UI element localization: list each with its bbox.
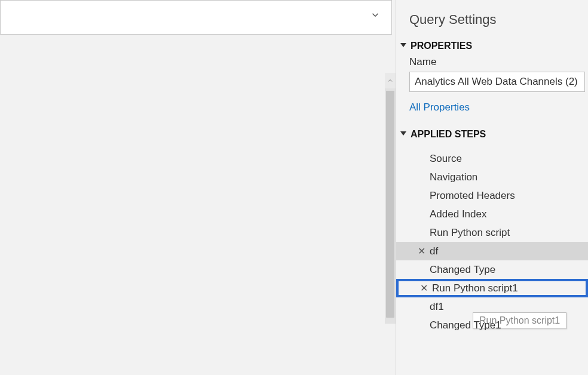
- applied-step-label: Changed Type1: [430, 319, 501, 331]
- section-properties-header[interactable]: PROPERTIES: [396, 38, 588, 55]
- applied-step-label: df1: [430, 301, 444, 313]
- applied-step[interactable]: Changed Type: [396, 260, 588, 279]
- collapse-triangle-icon: [400, 42, 407, 50]
- name-label: Name: [396, 55, 588, 72]
- section-properties-label: PROPERTIES: [411, 41, 472, 51]
- applied-step-label: Added Index: [430, 208, 486, 220]
- applied-step-label: Changed Type: [430, 264, 495, 276]
- applied-step-label: df: [430, 245, 438, 257]
- svg-marker-1: [400, 131, 406, 136]
- applied-step-label: Run Python script: [430, 227, 510, 239]
- applied-step-label: Promoted Headers: [430, 190, 515, 202]
- applied-step[interactable]: Source: [396, 149, 588, 168]
- vertical-scrollbar[interactable]: [385, 73, 396, 324]
- editor-preview-area: [0, 0, 396, 375]
- applied-step[interactable]: Changed Type1: [396, 316, 588, 334]
- applied-step-highlighted[interactable]: ✕ Run Python script1: [396, 279, 588, 297]
- expand-formula-bar-icon[interactable]: [370, 10, 381, 20]
- applied-steps-list: Source Navigation Promoted Headers Added…: [396, 149, 588, 334]
- collapse-triangle-icon: [400, 131, 407, 138]
- delete-step-icon[interactable]: ✕: [418, 247, 425, 256]
- app-root: Query Settings PROPERTIES Name All Prope…: [0, 0, 588, 375]
- applied-step-label: Source: [430, 153, 462, 165]
- applied-step[interactable]: Added Index: [396, 205, 588, 223]
- query-settings-panel: Query Settings PROPERTIES Name All Prope…: [396, 0, 588, 375]
- applied-step-label: Run Python script1: [432, 282, 518, 294]
- applied-step-selected[interactable]: ✕ df: [396, 242, 588, 260]
- applied-step[interactable]: Navigation: [396, 168, 588, 186]
- query-name-input[interactable]: [409, 72, 585, 92]
- section-applied-steps-label: APPLIED STEPS: [411, 129, 486, 140]
- all-properties-link[interactable]: All Properties: [409, 102, 470, 113]
- section-applied-steps-header[interactable]: APPLIED STEPS: [396, 127, 588, 143]
- svg-marker-0: [400, 43, 406, 47]
- applied-step-label: Navigation: [430, 171, 477, 183]
- formula-bar[interactable]: [0, 0, 392, 35]
- panel-title: Query Settings: [396, 12, 588, 38]
- delete-step-icon[interactable]: ✕: [420, 284, 428, 293]
- applied-step[interactable]: Promoted Headers: [396, 186, 588, 205]
- applied-step[interactable]: Run Python script: [396, 223, 588, 242]
- scroll-up-arrow-icon[interactable]: [385, 73, 396, 88]
- scrollbar-thumb[interactable]: [386, 91, 394, 318]
